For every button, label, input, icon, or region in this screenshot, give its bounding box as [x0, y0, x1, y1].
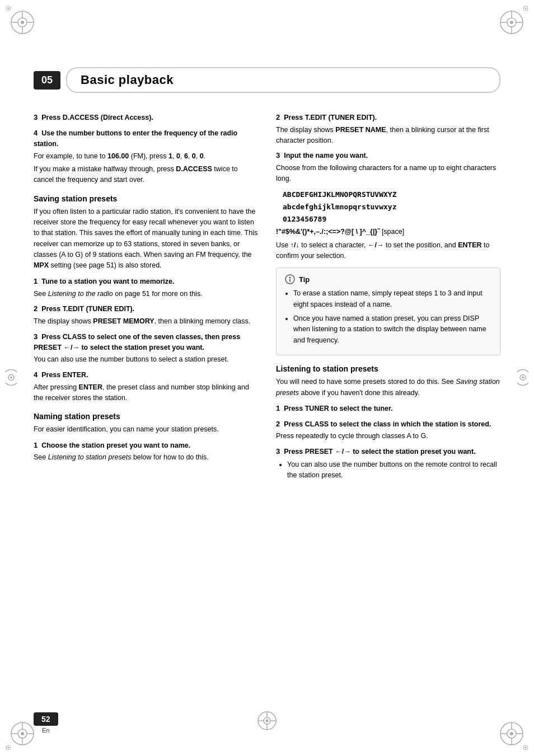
step-label: Press CLASS to select the class in which… [284, 420, 491, 428]
chars-digits: 0123456789 [283, 213, 500, 226]
saving-heading: Saving station presets [34, 194, 258, 203]
page-header: 05 Basic playback [34, 67, 500, 93]
svg-point-17 [525, 8, 527, 10]
page-number: 52 [34, 712, 58, 726]
svg-point-47 [266, 720, 269, 722]
tip-icon [284, 274, 296, 285]
chars-upper: ABCDEFGHIJKLMNOPQRSTUVWXYZ [283, 189, 500, 201]
naming-step3: 3 Input the name you want. Choose from t… [276, 150, 500, 184]
naming-intro: For easier identification, you can name … [34, 424, 258, 435]
char-table: ABCDEFGHIJKLMNOPQRSTUVWXYZ abcdefghijklm… [283, 189, 500, 226]
corner-decoration-tl [6, 6, 39, 39]
step-label: Press TUNER to select the tuner. [284, 405, 393, 412]
step-label: Input the name you want. [284, 152, 368, 159]
step-body: The display shows PRESET MEMORY, then a … [34, 316, 258, 327]
step-body: After pressing ENTER, the preset class a… [34, 382, 258, 403]
saving-step1: 1 Tune to a station you want to memorize… [34, 276, 258, 299]
tip-header: Tip [284, 274, 492, 285]
side-decoration-right [517, 360, 528, 396]
corner-decoration-tr [495, 6, 528, 39]
svg-point-38 [10, 376, 12, 378]
step-body: See Listening to the radio on page 51 fo… [34, 289, 258, 299]
tip-item-1: To erase a station name, simply repeat s… [293, 288, 492, 310]
naming-heading: Naming station presets [34, 412, 258, 421]
step-num: 4 [34, 129, 38, 137]
side-decoration-left [6, 360, 17, 396]
svg-point-26 [8, 747, 10, 749]
step-label: Press ENTER. [41, 371, 88, 379]
svg-point-24 [21, 732, 24, 735]
tip-item-2: Once you have named a station preset, yo… [293, 313, 492, 346]
saving-intro: If you often listen to a particular radi… [34, 206, 258, 271]
step-label: Press D.ACCESS (Direct Access). [41, 114, 153, 121]
step-3-daccess: 3 Press D.ACCESS (Direct Access). [34, 112, 258, 123]
naming-step1: 1 Choose the station preset you want to … [34, 440, 258, 463]
step-body: Press repeatedly to cycle through classe… [276, 431, 500, 442]
step-label: Press PRESET ←/→ to select the station p… [284, 448, 475, 456]
tip-label: Tip [299, 275, 310, 284]
step-body: Choose from the following characters for… [276, 163, 500, 184]
step-label: Choose the station preset you want to na… [41, 442, 190, 449]
step-label: Press T.EDIT (TUNER EDIT). [284, 114, 377, 121]
step-label: Press T.EDIT (TUNER EDIT). [41, 305, 134, 313]
listening-step1: 1 Press TUNER to select the tuner. [276, 403, 500, 414]
page-title: Basic playback [66, 67, 500, 93]
step-label: Tune to a station you want to memorize. [41, 278, 174, 285]
step-body: For example, to tune to 106.00 (FM), pre… [34, 151, 258, 162]
listening-step3-bullet: You can also use the number buttons on t… [287, 459, 500, 481]
naming-step2: 2 Press T.EDIT (TUNER EDIT). The display… [276, 112, 500, 145]
step-label: Use the number buttons to enter the freq… [34, 129, 237, 148]
chars-lower: abcdefghijklmnopqrstuvwxyz [283, 201, 500, 213]
svg-point-33 [510, 732, 513, 735]
svg-point-6 [21, 21, 24, 24]
listening-step2: 2 Press CLASS to select the class in whi… [276, 419, 500, 442]
listening-step3: 3 Press PRESET ←/→ to select the station… [276, 446, 500, 481]
chars-special: !"#$%&'()*+,–./:;<=>?@[ \ ]^_{|}˜ [space… [276, 228, 500, 236]
saving-step3: 3 Press CLASS to select one of the seven… [34, 331, 258, 365]
svg-rect-44 [289, 279, 291, 282]
step-body: The display shows PRESET NAME, then a bl… [276, 125, 500, 146]
svg-point-43 [289, 277, 291, 279]
svg-point-35 [525, 747, 527, 749]
tip-box: Tip To erase a station name, simply repe… [276, 267, 500, 355]
saving-step4: 4 Press ENTER. After pressing ENTER, the… [34, 369, 258, 403]
corner-decoration-br [495, 717, 528, 750]
bottom-center-decoration [256, 710, 278, 734]
page-footer: 52 En [34, 712, 58, 734]
step-label: Press CLASS to select one of the seven c… [34, 333, 240, 351]
chapter-badge: 05 [34, 71, 60, 90]
right-column: 2 Press T.EDIT (TUNER EDIT). The display… [276, 112, 500, 711]
step-num: 3 [34, 113, 38, 121]
tip-list: To erase a station name, simply repeat s… [284, 288, 492, 346]
content-area: 3 Press D.ACCESS (Direct Access). 4 Use … [34, 112, 500, 711]
step-body2: If you make a mistake halfway through, p… [34, 164, 258, 185]
step-4-frequency: 4 Use the number buttons to enter the fr… [34, 128, 258, 185]
saving-step2: 2 Press T.EDIT (TUNER EDIT). The display… [34, 303, 258, 327]
listening-heading: Listening to station presets [276, 364, 500, 373]
svg-point-41 [522, 376, 524, 378]
arrow-note: Use ↑/↓ to select a character, ←/→ to se… [276, 240, 500, 261]
svg-point-8 [8, 8, 10, 10]
step-body: See Listening to station presets below f… [34, 452, 258, 463]
svg-point-15 [510, 21, 513, 24]
page-lang: En [42, 727, 49, 734]
step-body: You can also use the number buttons to s… [34, 354, 258, 365]
listening-intro: You will need to have some presets store… [276, 377, 500, 398]
left-column: 3 Press D.ACCESS (Direct Access). 4 Use … [34, 112, 258, 711]
